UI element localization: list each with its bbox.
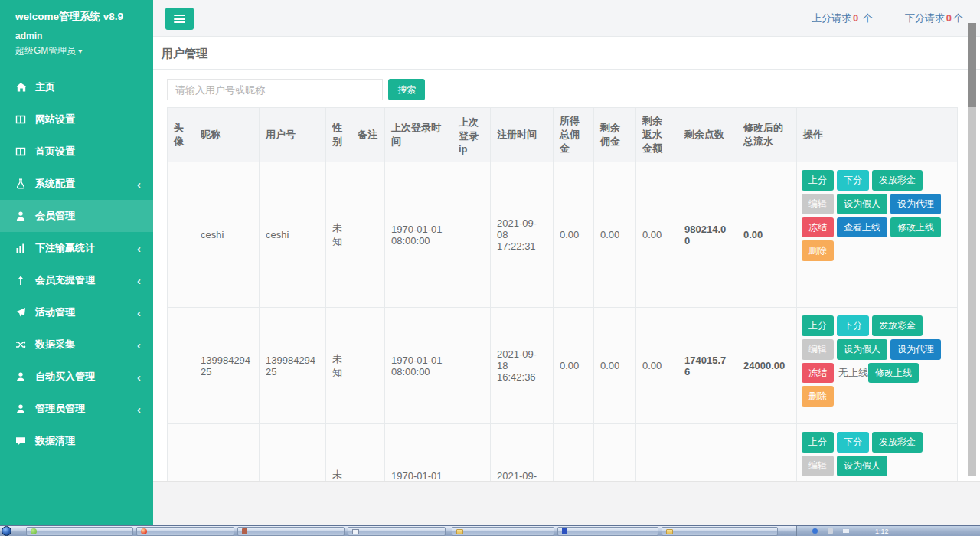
action-deduct-points-button[interactable]: 下分: [837, 315, 869, 336]
level-up-icon: [15, 275, 32, 286]
chevron-left-icon: ‹: [137, 178, 141, 190]
columns-icon: [15, 114, 32, 125]
sidebar-item-label: 会员管理: [35, 209, 75, 223]
action-freeze-button[interactable]: 冻结: [802, 363, 834, 384]
folder-icon: [666, 529, 673, 534]
action-view-upline-button[interactable]: 查看上线: [837, 217, 887, 238]
action-grant-bonus-button[interactable]: 发放彩金: [872, 432, 923, 453]
page-heading: 用户管理: [153, 38, 980, 70]
action-delete-button[interactable]: 删除: [802, 386, 834, 407]
table-header-cell: 昵称: [194, 108, 260, 162]
cell-remaining-rebate: 0.00: [636, 308, 678, 424]
app-title: welcome管理系统 v8.9: [15, 10, 153, 24]
action-modify-upline-button[interactable]: 修改上线: [890, 217, 941, 238]
action-freeze-button[interactable]: 冻结: [802, 217, 834, 238]
sidebar-item-bet-winloss-stats[interactable]: 下注输赢统计‹: [0, 232, 153, 264]
cell-avatar: [168, 162, 194, 308]
tray-gray-icon[interactable]: [828, 528, 833, 534]
action-edit-button[interactable]: 编辑: [802, 339, 834, 360]
chevron-left-icon: ‹: [137, 275, 141, 286]
cell-gender: 未知: [326, 424, 351, 482]
action-add-points-button[interactable]: 上分: [802, 170, 834, 191]
action-edit-button[interactable]: 编辑: [802, 456, 834, 476]
user-table: 头像昵称用户号性别备注上次登录时间上次登录ip注册时间所得总佣金剩余佣金剩余返水…: [167, 107, 958, 481]
taskbar: 1:12: [0, 525, 980, 536]
chevron-left-icon: ‹: [137, 243, 141, 254]
action-set-fake-user-button[interactable]: 设为假人: [837, 339, 887, 360]
user-icon: [15, 404, 32, 414]
table-header-cell: 所得总佣金: [554, 108, 594, 162]
sidebar-item-auto-buy-management[interactable]: 自动买入管理‹: [0, 361, 153, 393]
search-button[interactable]: 搜索: [388, 79, 425, 100]
cell-points: 174015.76: [678, 308, 737, 424]
down-request-label: 下分请求: [905, 12, 945, 24]
table-header-cell: 性别: [326, 108, 351, 162]
action-grant-bonus-button[interactable]: 发放彩金: [872, 170, 923, 191]
cell-gender: 未知: [326, 308, 351, 424]
sidebar-item-homepage-settings[interactable]: 首页设置: [0, 136, 153, 168]
taskbar-button-1[interactable]: [26, 527, 133, 536]
sidebar-item-member-deposit-withdraw[interactable]: 会员充提管理‹: [0, 264, 153, 296]
sidebar-item-system-config[interactable]: 系统配置‹: [0, 168, 153, 200]
sidebar-item-member-management[interactable]: 会员管理: [0, 200, 153, 232]
browser-red-icon: [141, 528, 147, 534]
cell-remaining-rebate: 0.00: [636, 162, 678, 308]
action-modify-upline-button[interactable]: 修改上线: [868, 363, 919, 384]
sidebar-item-home[interactable]: 主页: [0, 71, 153, 103]
table-header-cell: 备注: [351, 108, 385, 162]
cell-avatar: [168, 424, 194, 482]
sidebar-item-data-cleanup[interactable]: 数据清理: [0, 425, 153, 457]
cell-modified-turnover: [737, 424, 797, 482]
search-input[interactable]: [167, 79, 383, 100]
down-request-link[interactable]: 下分请求0个: [905, 11, 963, 25]
cell-register-time: 2021-09-18 16:42:36: [491, 308, 554, 424]
action-deduct-points-button[interactable]: 下分: [837, 432, 869, 453]
scrollbar-thumb[interactable]: [968, 23, 976, 107]
caret-down-icon: ▾: [78, 47, 82, 55]
action-add-points-button[interactable]: 上分: [802, 432, 834, 453]
taskbar-button-7[interactable]: [662, 527, 778, 536]
sidebar-item-data-collection[interactable]: 数据采集‹: [0, 328, 153, 361]
action-set-fake-user-button[interactable]: 设为假人: [837, 456, 887, 476]
down-request-count: 0: [946, 12, 952, 24]
action-deduct-points-button[interactable]: 下分: [837, 170, 869, 191]
cell-nickname: 13998429425: [194, 308, 260, 424]
sidebar-item-label: 会员充提管理: [35, 273, 95, 287]
menu-toggle-button[interactable]: [165, 8, 194, 30]
sidebar-item-label: 首页设置: [35, 145, 75, 159]
cell-remaining-commission: 0.00: [594, 162, 636, 308]
taskbar-button-5[interactable]: [452, 527, 554, 536]
cell-modified-turnover: 24000.00: [737, 308, 797, 424]
sidebar-item-site-settings[interactable]: 网站设置: [0, 103, 153, 136]
up-request-link[interactable]: 上分请求0 个: [812, 11, 873, 25]
home-icon: [15, 82, 32, 93]
taskbar-button-6[interactable]: [557, 527, 658, 536]
taskbar-clock: 1:12: [875, 528, 889, 535]
cell-nickname: [194, 424, 260, 482]
sidebar-item-activity-management[interactable]: 活动管理‹: [0, 296, 153, 328]
action-set-fake-user-button[interactable]: 设为假人: [837, 194, 887, 214]
scrollbar[interactable]: [968, 23, 976, 476]
search-row: 搜索: [167, 79, 980, 100]
chevron-left-icon: ‹: [137, 371, 141, 383]
user-role-dropdown[interactable]: 超级GM管理员▾: [15, 44, 153, 57]
sidebar: welcome管理系统 v8.9 admin 超级GM管理员▾ 主页网站设置首页…: [0, 0, 153, 525]
cell-user-id: 13998429425: [260, 308, 326, 424]
action-grant-bonus-button[interactable]: 发放彩金: [872, 315, 923, 336]
cell-modified-turnover: 0.00: [737, 162, 797, 308]
action-set-agent-button[interactable]: 设为代理: [890, 339, 941, 360]
start-button[interactable]: [2, 526, 11, 536]
taskbar-button-4[interactable]: [348, 527, 446, 536]
action-delete-button[interactable]: 删除: [802, 240, 834, 261]
tray-blue-icon[interactable]: [812, 528, 818, 534]
sidebar-nav: 主页网站设置首页设置系统配置‹会员管理下注输赢统计‹会员充提管理‹活动管理‹数据…: [0, 71, 153, 457]
action-set-agent-button[interactable]: 设为代理: [890, 194, 941, 214]
action-edit-button[interactable]: 编辑: [802, 194, 834, 214]
tray-white-icon[interactable]: [843, 529, 849, 533]
sidebar-item-label: 活动管理: [35, 306, 75, 319]
cell-last-login-time: 1970-01-01 08:00:00: [385, 308, 452, 424]
sidebar-item-admin-management[interactable]: 管理员管理‹: [0, 393, 153, 425]
taskbar-button-2[interactable]: [136, 527, 234, 536]
action-add-points-button[interactable]: 上分: [802, 315, 834, 336]
taskbar-button-3[interactable]: [237, 527, 345, 536]
